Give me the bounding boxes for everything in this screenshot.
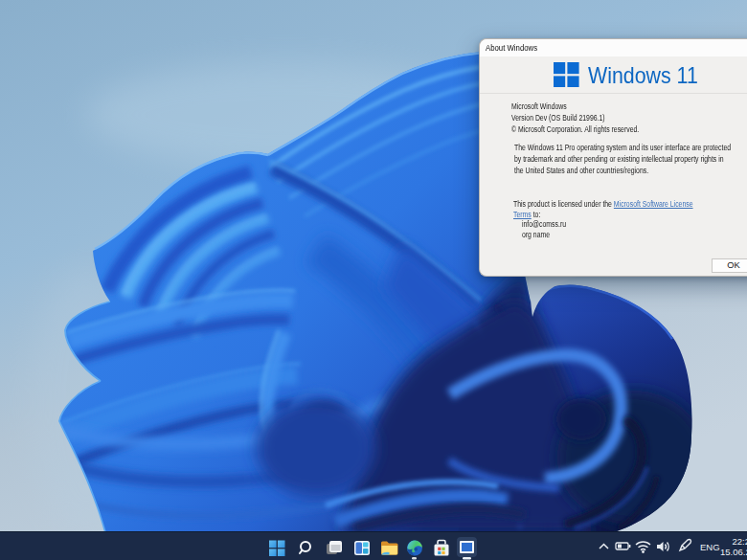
svg-text:ENG: ENG <box>700 542 720 552</box>
svg-text:22:26: 22:26 <box>733 536 747 547</box>
svg-text:15.06.2021: 15.06.2021 <box>720 547 747 557</box>
